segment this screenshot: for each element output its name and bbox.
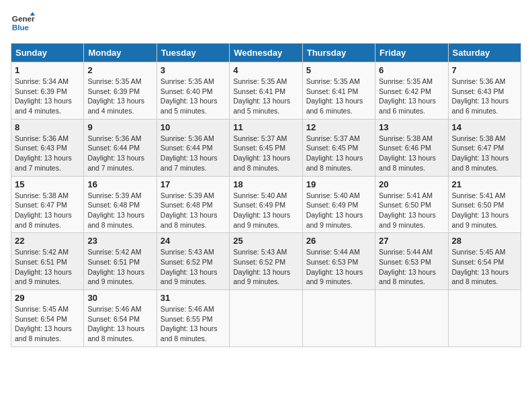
day-info: Sunrise: 5:40 AMSunset: 6:49 PMDaylight:… [233,191,298,230]
calendar-cell: 6Sunrise: 5:35 AMSunset: 6:42 PMDaylight… [375,62,448,120]
day-info: Sunrise: 5:43 AMSunset: 6:52 PMDaylight:… [161,247,226,287]
calendar-cell: 10Sunrise: 5:36 AMSunset: 6:44 PMDayligh… [157,119,229,176]
day-info: Sunrise: 5:36 AMSunset: 6:44 PMDaylight:… [87,134,152,173]
day-info: Sunrise: 5:35 AMSunset: 6:41 PMDaylight:… [306,77,371,116]
day-number: 12 [306,122,371,132]
day-info: Sunrise: 5:38 AMSunset: 6:47 PMDaylight:… [15,191,80,230]
calendar-cell: 23Sunrise: 5:42 AMSunset: 6:51 PMDayligh… [84,233,157,290]
calendar-cell: 24Sunrise: 5:43 AMSunset: 6:52 PMDayligh… [157,233,229,290]
day-number: 13 [379,122,444,132]
calendar-cell: 26Sunrise: 5:44 AMSunset: 6:53 PMDayligh… [302,233,375,290]
day-info: Sunrise: 5:38 AMSunset: 6:46 PMDaylight:… [379,134,444,173]
calendar-week-4: 22Sunrise: 5:42 AMSunset: 6:51 PMDayligh… [11,233,521,290]
calendar-cell: 3Sunrise: 5:35 AMSunset: 6:40 PMDaylight… [157,62,229,120]
header: General Blue [11,11,521,35]
calendar-cell: 1Sunrise: 5:34 AMSunset: 6:39 PMDaylight… [11,62,84,120]
day-info: Sunrise: 5:44 AMSunset: 6:53 PMDaylight:… [379,247,444,287]
day-number: 24 [161,236,226,246]
calendar-cell: 29Sunrise: 5:45 AMSunset: 6:54 PMDayligh… [11,290,84,347]
day-number: 18 [233,179,298,189]
day-info: Sunrise: 5:37 AMSunset: 6:45 PMDaylight:… [306,134,371,173]
calendar-week-1: 1Sunrise: 5:34 AMSunset: 6:39 PMDaylight… [11,62,521,120]
day-info: Sunrise: 5:40 AMSunset: 6:49 PMDaylight:… [306,191,371,230]
day-info: Sunrise: 5:46 AMSunset: 6:55 PMDaylight:… [161,304,226,344]
calendar-week-2: 8Sunrise: 5:36 AMSunset: 6:43 PMDaylight… [11,119,521,176]
calendar-cell: 9Sunrise: 5:36 AMSunset: 6:44 PMDaylight… [84,119,157,176]
day-number: 25 [233,236,298,246]
day-info: Sunrise: 5:36 AMSunset: 6:44 PMDaylight:… [161,134,226,173]
calendar-cell: 25Sunrise: 5:43 AMSunset: 6:52 PMDayligh… [230,233,302,290]
column-header-wednesday: Wednesday [230,44,302,62]
day-number: 11 [233,122,298,132]
calendar-cell: 13Sunrise: 5:38 AMSunset: 6:46 PMDayligh… [375,119,448,176]
day-number: 19 [306,179,371,189]
svg-text:Blue: Blue [12,23,30,32]
day-number: 22 [15,236,80,246]
day-number: 21 [452,179,517,189]
day-info: Sunrise: 5:43 AMSunset: 6:52 PMDaylight:… [233,247,298,287]
calendar-cell: 27Sunrise: 5:44 AMSunset: 6:53 PMDayligh… [375,233,448,290]
day-number: 14 [452,122,517,132]
day-info: Sunrise: 5:38 AMSunset: 6:47 PMDaylight:… [452,134,517,173]
calendar-table: SundayMondayTuesdayWednesdayThursdayFrid… [11,43,521,347]
day-number: 26 [306,236,371,246]
column-header-sunday: Sunday [11,44,84,62]
column-header-thursday: Thursday [302,44,375,62]
calendar-cell: 22Sunrise: 5:42 AMSunset: 6:51 PMDayligh… [11,233,84,290]
calendar-cell: 30Sunrise: 5:46 AMSunset: 6:54 PMDayligh… [84,290,157,347]
day-number: 17 [161,179,226,189]
calendar-cell: 28Sunrise: 5:45 AMSunset: 6:54 PMDayligh… [448,233,521,290]
calendar-cell: 15Sunrise: 5:38 AMSunset: 6:47 PMDayligh… [11,176,84,233]
day-info: Sunrise: 5:36 AMSunset: 6:43 PMDaylight:… [452,77,517,116]
day-info: Sunrise: 5:35 AMSunset: 6:39 PMDaylight:… [87,77,152,116]
calendar-week-5: 29Sunrise: 5:45 AMSunset: 6:54 PMDayligh… [11,290,521,347]
day-number: 3 [161,65,226,75]
day-number: 15 [15,179,80,189]
day-info: Sunrise: 5:45 AMSunset: 6:54 PMDaylight:… [15,304,80,344]
day-number: 9 [87,122,152,132]
day-info: Sunrise: 5:39 AMSunset: 6:48 PMDaylight:… [161,191,226,230]
column-header-tuesday: Tuesday [157,44,229,62]
day-info: Sunrise: 5:37 AMSunset: 6:45 PMDaylight:… [233,134,298,173]
calendar-cell: 17Sunrise: 5:39 AMSunset: 6:48 PMDayligh… [157,176,229,233]
day-info: Sunrise: 5:35 AMSunset: 6:42 PMDaylight:… [379,77,444,116]
calendar-cell: 18Sunrise: 5:40 AMSunset: 6:49 PMDayligh… [230,176,302,233]
calendar-cell: 2Sunrise: 5:35 AMSunset: 6:39 PMDaylight… [84,62,157,120]
logo: General Blue [11,11,35,35]
calendar-cell: 4Sunrise: 5:35 AMSunset: 6:41 PMDaylight… [230,62,302,120]
day-info: Sunrise: 5:41 AMSunset: 6:50 PMDaylight:… [452,191,517,230]
calendar-cell: 8Sunrise: 5:36 AMSunset: 6:43 PMDaylight… [11,119,84,176]
day-info: Sunrise: 5:39 AMSunset: 6:48 PMDaylight:… [87,191,152,230]
day-number: 27 [379,236,444,246]
column-header-friday: Friday [375,44,448,62]
day-info: Sunrise: 5:41 AMSunset: 6:50 PMDaylight:… [379,191,444,230]
day-number: 31 [161,293,226,303]
day-number: 8 [15,122,80,132]
calendar-week-3: 15Sunrise: 5:38 AMSunset: 6:47 PMDayligh… [11,176,521,233]
day-number: 2 [87,65,152,75]
day-number: 23 [87,236,152,246]
calendar-cell: 21Sunrise: 5:41 AMSunset: 6:50 PMDayligh… [448,176,521,233]
calendar-cell: 14Sunrise: 5:38 AMSunset: 6:47 PMDayligh… [448,119,521,176]
calendar-cell: 20Sunrise: 5:41 AMSunset: 6:50 PMDayligh… [375,176,448,233]
day-info: Sunrise: 5:42 AMSunset: 6:51 PMDaylight:… [15,247,80,287]
calendar-cell [230,290,302,347]
header-row: SundayMondayTuesdayWednesdayThursdayFrid… [11,44,521,62]
calendar-cell: 31Sunrise: 5:46 AMSunset: 6:55 PMDayligh… [157,290,229,347]
calendar-cell [375,290,448,347]
day-number: 6 [379,65,444,75]
day-info: Sunrise: 5:45 AMSunset: 6:54 PMDaylight:… [452,247,517,287]
day-number: 16 [87,179,152,189]
day-info: Sunrise: 5:42 AMSunset: 6:51 PMDaylight:… [87,247,152,287]
day-info: Sunrise: 5:35 AMSunset: 6:41 PMDaylight:… [233,77,298,116]
day-info: Sunrise: 5:46 AMSunset: 6:54 PMDaylight:… [87,304,152,344]
day-info: Sunrise: 5:36 AMSunset: 6:43 PMDaylight:… [15,134,80,173]
day-number: 28 [452,236,517,246]
calendar-cell: 12Sunrise: 5:37 AMSunset: 6:45 PMDayligh… [302,119,375,176]
column-header-monday: Monday [84,44,157,62]
day-number: 7 [452,65,517,75]
calendar-cell: 5Sunrise: 5:35 AMSunset: 6:41 PMDaylight… [302,62,375,120]
logo-icon: General Blue [11,11,35,35]
day-number: 5 [306,65,371,75]
calendar-cell: 7Sunrise: 5:36 AMSunset: 6:43 PMDaylight… [448,62,521,120]
